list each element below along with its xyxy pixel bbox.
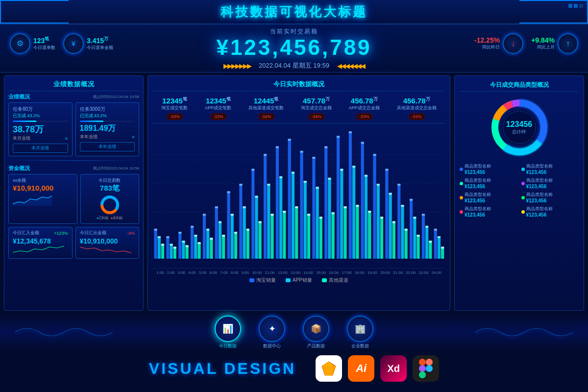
svg-rect-85 [307, 214, 310, 259]
svg-rect-136 [410, 199, 413, 201]
cat-dot-3 [521, 182, 525, 185]
right-panel: 今日成交商品类型概况 [454, 75, 584, 311]
svg-rect-30 [194, 235, 197, 237]
svg-rect-89 [316, 187, 319, 259]
svg-rect-47 [231, 214, 234, 259]
svg-rect-128 [392, 221, 395, 223]
svg-marker-166 [324, 366, 334, 375]
svg-rect-91 [319, 217, 322, 259]
stat-val-refund: 123笔 [33, 36, 55, 45]
nav-label-datacenter: 数据中心 [263, 343, 281, 349]
brand-icon-xd[interactable]: Xd [380, 355, 407, 382]
nav-circle-today[interactable]: 📊 [215, 316, 241, 342]
fund-in-val: ¥12,345,678 [13, 237, 68, 245]
svg-rect-54 [243, 206, 246, 208]
brand-icon-ai[interactable]: Ai [348, 355, 374, 382]
svg-rect-13 [161, 244, 164, 259]
stat-vs-month: ↑ +9.84% 同比上月 [531, 33, 578, 54]
svg-rect-33 [203, 214, 206, 259]
svg-rect-115 [368, 211, 371, 259]
nav-circle-enterprise[interactable]: 🏢 [347, 316, 373, 342]
metric-badge-1: -33% [210, 113, 226, 120]
svg-rect-29 [194, 235, 197, 259]
fund-tx-val: 783笔 [100, 184, 120, 193]
top-left-stats: ⚙ 123笔 今日退单数 ¥ 3.415万 今日退单金额 [10, 33, 122, 54]
chart-legend: 淘宝销量 APP销量 其他渠道 [153, 277, 445, 284]
svg-rect-123 [385, 169, 388, 259]
cat-val-7: ¥123,456 [526, 212, 553, 218]
svg-rect-51 [239, 184, 242, 259]
cat-item-3: 商品类型名称 ¥123,456 [521, 177, 579, 189]
svg-rect-143 [425, 226, 428, 259]
metric-taobao-amount: 457.78万 淘宝成交总金额 -34% [301, 96, 332, 120]
svg-rect-104 [343, 206, 346, 208]
right-panel-title: 今日成交商品类型概况 [460, 81, 579, 92]
stat-desc-down: 同比昨日 [474, 44, 500, 50]
top-stats-row: ⚙ 123笔 今日退单数 ¥ 3.415万 今日退单金额 当前实时交易额 ¥12… [0, 24, 588, 60]
stat-desc-refund: 今日退单数 [33, 45, 55, 51]
cat-val-2: ¥123,456 [465, 184, 491, 189]
svg-rect-108 [352, 166, 355, 168]
fund-out-sparkline [80, 245, 135, 254]
nav-item-product[interactable]: 📦 产品数据 [303, 316, 329, 349]
svg-rect-74 [283, 211, 286, 213]
stat-val-amount: 3.415万 [87, 36, 113, 45]
svg-rect-17 [170, 244, 173, 259]
perf-btn-month[interactable]: 本月业绩 [13, 144, 68, 153]
nav-circle-product[interactable]: 📦 [303, 316, 329, 342]
realtime-amount: ¥123,456,789 [127, 36, 461, 59]
fund-in-label: 今日汇入金额 [13, 230, 39, 236]
svg-rect-167 [419, 359, 426, 366]
realtime-label: 当前实时交易额 [127, 27, 461, 36]
svg-rect-142 [422, 214, 425, 216]
svg-rect-27 [191, 226, 194, 259]
fund-balance-label: xx余额 [13, 177, 73, 184]
cat-name-0: 商品类型名称 [465, 163, 491, 170]
brand-icon-sketch[interactable] [316, 355, 342, 382]
cat-dot-2 [460, 182, 463, 185]
metric-badge-3: -34% [308, 113, 324, 120]
top-section: ⚙ 123笔 今日退单数 ¥ 3.415万 今日退单金额 当前实时交易额 ¥12… [0, 24, 588, 73]
svg-rect-133 [405, 229, 408, 259]
svg-rect-24 [182, 241, 185, 243]
svg-rect-58 [251, 169, 254, 171]
svg-rect-146 [429, 241, 432, 243]
metric-val-2: 12445笔 [248, 96, 284, 105]
svg-rect-106 [349, 131, 352, 133]
svg-rect-18 [170, 244, 173, 246]
nav-item-enterprise[interactable]: 🏢 企业数据 [347, 316, 373, 349]
metric-val-0: 12345笔 [161, 96, 188, 105]
svg-rect-49 [234, 232, 237, 259]
svg-rect-53 [243, 206, 246, 259]
svg-rect-73 [283, 211, 286, 259]
nav-item-datacenter[interactable]: ✦ 数据中心 [259, 316, 285, 349]
metric-label-2: 其他渠道成交笔数 [248, 105, 284, 111]
wave-left [15, 322, 113, 342]
donut-center: 123456 总计/件 [506, 120, 532, 135]
svg-rect-92 [319, 217, 322, 219]
svg-rect-125 [389, 193, 392, 259]
svg-rect-90 [316, 187, 319, 189]
nav-circle-datacenter[interactable]: ✦ [259, 316, 285, 342]
perf-val-month: 38.78万 [13, 123, 68, 135]
brand-title: VISUAL DESIGN [149, 360, 296, 378]
brand-icon-figma[interactable] [413, 355, 439, 382]
cat-val-6: ¥123,456 [465, 212, 491, 218]
svg-rect-124 [385, 169, 388, 171]
svg-rect-118 [373, 154, 376, 156]
main-content: 业绩数据概况 业绩概况 截止时间2022.04.04 19:58 任务80万 已… [0, 73, 588, 313]
svg-rect-45 [227, 192, 230, 259]
perf-btn-year[interactable]: 本年业绩 [80, 142, 135, 151]
bottom-brand: VISUAL DESIGN Ai Xd [0, 351, 588, 384]
stat-desc-up: 同比上月 [531, 44, 555, 50]
svg-rect-9 [154, 229, 157, 259]
svg-rect-44 [222, 235, 225, 237]
bar-chart [153, 126, 445, 269]
svg-rect-129 [397, 184, 400, 259]
legend-taobao: 淘宝销量 [249, 277, 276, 284]
nav-item-today[interactable]: 📊 今日数据 [215, 316, 241, 349]
perf-bar-month [13, 121, 68, 122]
cat-name-2: 商品类型名称 [465, 177, 491, 184]
svg-rect-119 [377, 184, 380, 259]
perf-val-year: 1891.49万 [80, 123, 135, 134]
